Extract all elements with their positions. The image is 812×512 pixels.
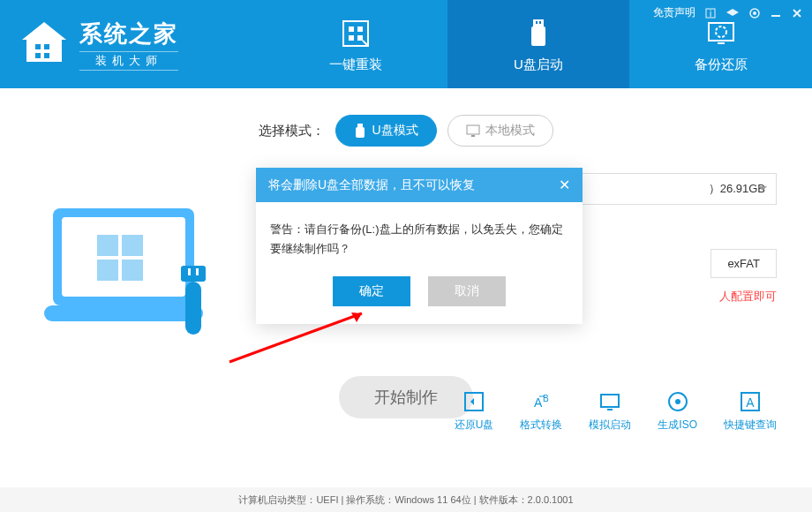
svg-rect-2: [35, 53, 41, 58]
graduate-icon[interactable]: [726, 7, 740, 19]
svg-rect-32: [181, 266, 206, 282]
status-text: 计算机启动类型：UEFI | 操作系统：Windows 11 64位 | 软件版…: [238, 493, 573, 507]
logo-icon: [18, 18, 71, 71]
svg-rect-6: [357, 26, 363, 32]
svg-rect-28: [122, 235, 143, 256]
tool-generate-iso[interactable]: 生成ISO: [658, 389, 697, 433]
svg-rect-33: [185, 282, 201, 335]
modal-header: 将会删除U盘全部数据，且不可以恢复 ✕: [256, 168, 583, 202]
top-links: 免责声明 i: [653, 5, 803, 20]
svg-point-19: [753, 11, 756, 15]
tool-label: 快捷键查询: [724, 418, 777, 433]
logo-subtitle: 装机大师: [79, 51, 178, 71]
svg-rect-3: [44, 53, 49, 58]
svg-rect-22: [356, 127, 365, 138]
disclaimer-link[interactable]: 免责声明: [653, 5, 695, 20]
svg-rect-23: [467, 125, 479, 134]
info-icon[interactable]: i: [704, 7, 717, 19]
modal-body: 警告：请自行备份(L:)盘上的所有数据，以免丢失，您确定要继续制作吗？: [256, 202, 583, 276]
mode-btn-label: U盘模式: [372, 123, 417, 139]
backup-icon: [703, 16, 739, 51]
svg-text:B: B: [543, 394, 549, 403]
svg-rect-39: [601, 395, 619, 407]
usb-mode-button[interactable]: U盘模式: [335, 115, 436, 147]
tool-label: 模拟启动: [589, 418, 631, 433]
close-icon[interactable]: [791, 7, 803, 19]
modal-cancel-button[interactable]: 取消: [428, 276, 506, 306]
simulate-icon: [598, 389, 622, 414]
svg-text:A: A: [534, 395, 543, 410]
svg-rect-24: [471, 135, 475, 137]
convert-icon: AB: [529, 389, 553, 414]
tab-label: 一键重装: [329, 56, 382, 73]
modal-title: 将会删除U盘全部数据，且不可以恢复: [268, 177, 475, 193]
svg-rect-12: [539, 21, 541, 24]
svg-rect-7: [349, 35, 354, 41]
tab-label: U盘启动: [514, 56, 563, 73]
svg-rect-40: [607, 409, 613, 410]
mode-label: 选择模式：: [259, 123, 325, 139]
svg-rect-34: [188, 268, 191, 275]
app-header: 系统之家 装机大师 一键重装 U盘启动 备份还原 免责声明 i: [0, 0, 812, 88]
status-bar: 计算机启动类型：UEFI | 操作系统：Windows 11 64位 | 软件版…: [0, 487, 812, 512]
reinstall-icon: [338, 16, 373, 51]
tool-label: 格式转换: [520, 418, 562, 433]
tool-restore-usb[interactable]: 还原U盘: [455, 389, 494, 433]
svg-rect-0: [35, 44, 41, 49]
logo-title: 系统之家: [79, 19, 178, 49]
settings-icon[interactable]: [748, 7, 761, 19]
disk-text: ）26.91GB: [709, 182, 765, 195]
minimize-icon[interactable]: [770, 7, 782, 19]
confirm-modal: 将会删除U盘全部数据，且不可以恢复 ✕ 警告：请自行备份(L:)盘上的所有数据，…: [256, 168, 583, 324]
exfat-button[interactable]: exFAT: [710, 249, 777, 278]
tab-label: 备份还原: [695, 56, 748, 73]
restore-icon: [462, 389, 486, 414]
usb-icon: [521, 16, 556, 51]
mode-row: 选择模式： U盘模式 本地模式: [35, 115, 777, 147]
start-button[interactable]: 开始制作: [339, 376, 473, 418]
svg-rect-11: [536, 21, 538, 24]
svg-rect-26: [62, 217, 185, 297]
tab-usb-boot[interactable]: U盘启动: [447, 0, 630, 88]
mode-btn-label: 本地模式: [485, 123, 535, 139]
logo-area: 系统之家 装机大师: [0, 18, 265, 71]
hotkey-icon: A: [738, 389, 763, 414]
svg-rect-8: [357, 35, 363, 41]
tab-reinstall[interactable]: 一键重装: [265, 0, 447, 88]
svg-rect-31: [44, 305, 203, 321]
usb-small-icon: [354, 124, 366, 138]
tool-simulate-boot[interactable]: 模拟启动: [589, 389, 631, 433]
monitor-small-icon: [466, 124, 480, 137]
svg-rect-30: [122, 260, 143, 281]
svg-rect-21: [357, 124, 363, 127]
svg-rect-10: [531, 26, 545, 46]
svg-rect-1: [44, 44, 49, 49]
svg-point-42: [675, 399, 680, 404]
svg-rect-35: [196, 268, 199, 275]
svg-rect-15: [718, 42, 725, 44]
svg-rect-27: [97, 235, 118, 256]
svg-rect-9: [533, 19, 544, 26]
local-mode-button[interactable]: 本地模式: [447, 115, 553, 147]
illustration: [35, 182, 247, 358]
modal-close-button[interactable]: ✕: [559, 177, 570, 193]
tool-label: 还原U盘: [455, 418, 494, 433]
svg-point-14: [716, 26, 726, 37]
svg-text:i: i: [710, 9, 711, 19]
bottom-tools: 还原U盘 AB 格式转换 模拟启动 生成ISO A 快捷键查询: [455, 389, 777, 433]
svg-text:A: A: [746, 395, 755, 410]
tool-hotkey-query[interactable]: A 快捷键查询: [724, 389, 777, 433]
modal-footer: 确定 取消: [256, 276, 583, 324]
svg-rect-29: [97, 260, 118, 281]
iso-icon: [665, 389, 690, 414]
modal-ok-button[interactable]: 确定: [333, 276, 410, 306]
tool-label: 生成ISO: [658, 418, 697, 433]
tool-format-convert[interactable]: AB 格式转换: [520, 389, 562, 433]
svg-rect-5: [349, 26, 354, 32]
